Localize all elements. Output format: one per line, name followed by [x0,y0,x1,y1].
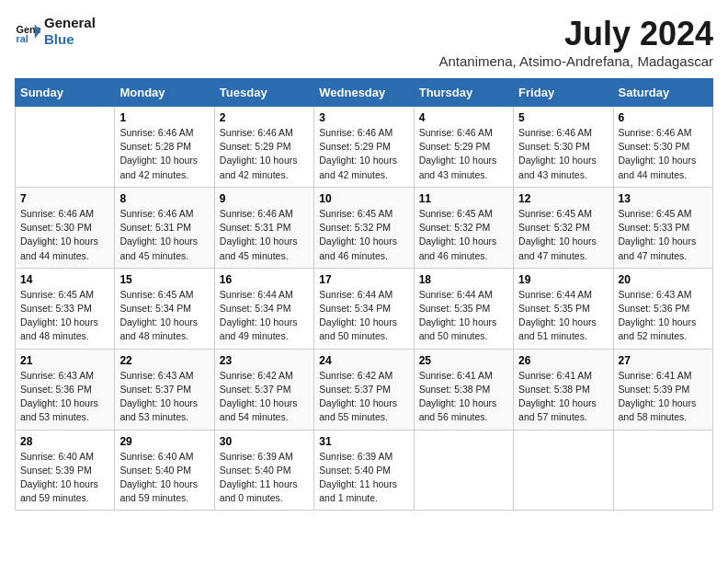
calendar-cell: 15Sunrise: 6:45 AM Sunset: 5:34 PM Dayli… [115,268,214,349]
day-info: Sunrise: 6:46 AM Sunset: 5:29 PM Dayligh… [419,126,508,182]
day-info: Sunrise: 6:43 AM Sunset: 5:36 PM Dayligh… [619,288,708,344]
calendar-cell: 1Sunrise: 6:46 AM Sunset: 5:28 PM Daylig… [115,107,214,188]
calendar-cell: 27Sunrise: 6:41 AM Sunset: 5:39 PM Dayli… [613,349,712,430]
calendar-cell: 6Sunrise: 6:46 AM Sunset: 5:30 PM Daylig… [613,107,712,188]
calendar-cell: 19Sunrise: 6:44 AM Sunset: 5:35 PM Dayli… [514,268,613,349]
calendar-table: SundayMondayTuesdayWednesdayThursdayFrid… [15,78,713,511]
day-number: 14 [20,273,109,286]
day-number: 6 [619,111,708,124]
day-info: Sunrise: 6:43 AM Sunset: 5:36 PM Dayligh… [20,369,109,425]
day-number: 18 [419,273,508,286]
day-info: Sunrise: 6:46 AM Sunset: 5:30 PM Dayligh… [619,126,708,182]
day-info: Sunrise: 6:45 AM Sunset: 5:33 PM Dayligh… [20,288,109,344]
day-number: 17 [319,273,408,286]
day-info: Sunrise: 6:45 AM Sunset: 5:32 PM Dayligh… [319,207,408,263]
day-info: Sunrise: 6:46 AM Sunset: 5:30 PM Dayligh… [518,126,608,182]
day-number: 11 [419,192,508,205]
calendar-header-row: SundayMondayTuesdayWednesdayThursdayFrid… [16,79,713,107]
calendar-subtitle: Antanimena, Atsimo-Andrefana, Madagascar [439,53,714,69]
day-info: Sunrise: 6:46 AM Sunset: 5:29 PM Dayligh… [220,126,309,182]
day-info: Sunrise: 6:39 AM Sunset: 5:40 PM Dayligh… [319,450,408,506]
day-number: 26 [518,354,608,367]
day-number: 28 [20,435,109,448]
day-info: Sunrise: 6:42 AM Sunset: 5:37 PM Dayligh… [220,369,309,425]
day-info: Sunrise: 6:46 AM Sunset: 5:30 PM Dayligh… [20,207,109,263]
day-info: Sunrise: 6:45 AM Sunset: 5:33 PM Dayligh… [619,207,708,263]
calendar-cell [414,430,513,511]
day-number: 4 [419,111,508,124]
calendar-cell: 11Sunrise: 6:45 AM Sunset: 5:32 PM Dayli… [414,187,513,268]
calendar-cell: 30Sunrise: 6:39 AM Sunset: 5:40 PM Dayli… [214,430,313,511]
day-info: Sunrise: 6:40 AM Sunset: 5:39 PM Dayligh… [20,450,109,506]
day-info: Sunrise: 6:43 AM Sunset: 5:37 PM Dayligh… [119,369,209,425]
day-number: 16 [220,273,309,286]
calendar-cell: 23Sunrise: 6:42 AM Sunset: 5:37 PM Dayli… [214,349,313,430]
day-info: Sunrise: 6:40 AM Sunset: 5:40 PM Dayligh… [119,450,209,506]
day-number: 2 [220,111,309,124]
day-number: 22 [119,354,209,367]
day-info: Sunrise: 6:41 AM Sunset: 5:39 PM Dayligh… [619,369,708,425]
calendar-cell: 9Sunrise: 6:46 AM Sunset: 5:31 PM Daylig… [214,187,313,268]
calendar-cell: 22Sunrise: 6:43 AM Sunset: 5:37 PM Dayli… [115,349,214,430]
day-number: 8 [119,192,209,205]
day-info: Sunrise: 6:45 AM Sunset: 5:32 PM Dayligh… [419,207,508,263]
calendar-cell: 18Sunrise: 6:44 AM Sunset: 5:35 PM Dayli… [414,268,513,349]
logo: Gene ral General Blue [15,15,96,48]
logo-icon: Gene ral [15,18,40,44]
day-info: Sunrise: 6:45 AM Sunset: 5:32 PM Dayligh… [518,207,608,263]
calendar-cell [514,430,613,511]
day-number: 1 [119,111,209,124]
calendar-cell: 21Sunrise: 6:43 AM Sunset: 5:36 PM Dayli… [16,349,115,430]
day-number: 24 [319,354,408,367]
logo-text-line2: Blue [44,31,96,48]
day-number: 13 [619,192,708,205]
calendar-title: July 2024 [439,15,714,53]
calendar-cell: 10Sunrise: 6:45 AM Sunset: 5:32 PM Dayli… [314,187,414,268]
day-info: Sunrise: 6:46 AM Sunset: 5:31 PM Dayligh… [220,207,309,263]
day-number: 31 [319,435,408,448]
day-info: Sunrise: 6:44 AM Sunset: 5:35 PM Dayligh… [518,288,608,344]
week-row-2: 7Sunrise: 6:46 AM Sunset: 5:30 PM Daylig… [16,187,713,268]
calendar-cell: 7Sunrise: 6:46 AM Sunset: 5:30 PM Daylig… [16,187,115,268]
header-monday: Monday [115,79,214,107]
day-number: 3 [319,111,408,124]
calendar-cell: 24Sunrise: 6:42 AM Sunset: 5:37 PM Dayli… [314,349,414,430]
day-number: 9 [220,192,309,205]
day-number: 27 [619,354,708,367]
calendar-cell: 17Sunrise: 6:44 AM Sunset: 5:34 PM Dayli… [314,268,414,349]
week-row-4: 21Sunrise: 6:43 AM Sunset: 5:36 PM Dayli… [16,349,713,430]
day-number: 12 [518,192,608,205]
header-saturday: Saturday [613,79,712,107]
day-info: Sunrise: 6:46 AM Sunset: 5:31 PM Dayligh… [119,207,209,263]
day-info: Sunrise: 6:46 AM Sunset: 5:28 PM Dayligh… [119,126,209,182]
day-info: Sunrise: 6:41 AM Sunset: 5:38 PM Dayligh… [518,369,608,425]
day-number: 23 [220,354,309,367]
day-info: Sunrise: 6:45 AM Sunset: 5:34 PM Dayligh… [119,288,209,344]
header-thursday: Thursday [414,79,513,107]
day-info: Sunrise: 6:42 AM Sunset: 5:37 PM Dayligh… [319,369,408,425]
day-number: 20 [619,273,708,286]
day-number: 7 [20,192,109,205]
calendar-cell [613,430,712,511]
day-info: Sunrise: 6:46 AM Sunset: 5:29 PM Dayligh… [319,126,408,182]
header-wednesday: Wednesday [314,79,414,107]
day-number: 10 [319,192,408,205]
calendar-cell: 3Sunrise: 6:46 AM Sunset: 5:29 PM Daylig… [314,107,414,188]
calendar-cell: 8Sunrise: 6:46 AM Sunset: 5:31 PM Daylig… [115,187,214,268]
day-info: Sunrise: 6:41 AM Sunset: 5:38 PM Dayligh… [419,369,508,425]
title-area: July 2024 Antanimena, Atsimo-Andrefana, … [439,15,714,69]
calendar-cell: 31Sunrise: 6:39 AM Sunset: 5:40 PM Dayli… [314,430,414,511]
day-number: 25 [419,354,508,367]
svg-text:ral: ral [17,33,28,44]
calendar-cell: 16Sunrise: 6:44 AM Sunset: 5:34 PM Dayli… [214,268,313,349]
calendar-cell: 2Sunrise: 6:46 AM Sunset: 5:29 PM Daylig… [214,107,313,188]
header-friday: Friday [514,79,613,107]
calendar-cell: 14Sunrise: 6:45 AM Sunset: 5:33 PM Dayli… [16,268,115,349]
calendar-cell: 20Sunrise: 6:43 AM Sunset: 5:36 PM Dayli… [613,268,712,349]
calendar-cell: 4Sunrise: 6:46 AM Sunset: 5:29 PM Daylig… [414,107,513,188]
calendar-cell: 28Sunrise: 6:40 AM Sunset: 5:39 PM Dayli… [16,430,115,511]
day-number: 5 [518,111,608,124]
week-row-1: 1Sunrise: 6:46 AM Sunset: 5:28 PM Daylig… [16,107,713,188]
day-info: Sunrise: 6:44 AM Sunset: 5:34 PM Dayligh… [220,288,309,344]
day-number: 15 [119,273,209,286]
